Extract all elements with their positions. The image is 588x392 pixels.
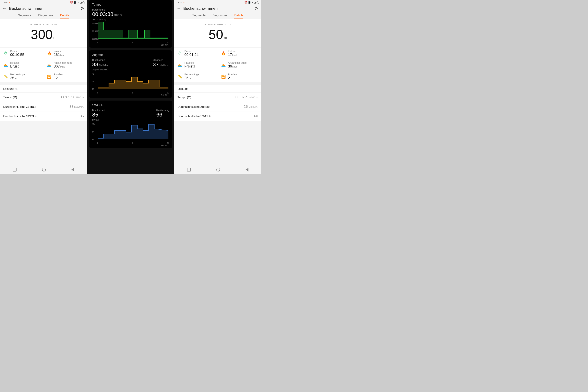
perf-tempo: Tempo (Ø) 00:03:38/100 m: [0, 92, 87, 102]
share-icon[interactable]: [80, 6, 84, 11]
perf-swolf: Durchschnittliche SWOLF 60: [174, 111, 261, 121]
tabs: Segmente Diagramme Details: [174, 12, 261, 19]
pool-length-icon: 📏: [3, 74, 8, 79]
laps-icon: 🔁: [221, 74, 226, 79]
tempo-xaxis: 0 5 10: [92, 41, 169, 44]
stat-hauptstil: 🏊 HauptstilFreistil: [174, 59, 218, 70]
phone-session-a: 13:05 ♥ ⏰ 📳 ▲ ◢ ◯ ← Beckenschwimmen Segm…: [0, 0, 87, 174]
phone-charts: Tempo Durchschnitt 00:03:38/100 m Tempo …: [87, 0, 174, 174]
tab-segmente[interactable]: Segmente: [18, 14, 32, 19]
stats-grid: ⏱ Dauer00:10:55 🔥 Kalorien161kcal 🏊 Haup…: [0, 47, 87, 82]
zugrate-avg: 33Mal/Min.: [92, 61, 108, 68]
tab-diagramme[interactable]: Diagramme: [38, 14, 53, 19]
tab-details[interactable]: Details: [60, 14, 69, 19]
vibrate-icon: 📳: [248, 1, 251, 4]
swolf-avg: 85: [92, 112, 105, 118]
svg-point-4: [255, 9, 256, 10]
info-icon[interactable]: i: [190, 88, 192, 90]
perf-zugrate: Durchschnittliche Zugrate 33Mal/Min.: [0, 102, 87, 111]
distance: 300m: [0, 27, 87, 47]
stopwatch-icon: ⏱: [178, 51, 182, 55]
vibrate-icon: 📳: [74, 1, 76, 4]
info-icon[interactable]: i: [16, 88, 18, 90]
stat-kalorien: 🔥 Kalorien17kcal: [218, 47, 261, 59]
nav-home-icon[interactable]: [42, 168, 46, 172]
laps-icon: 🔁: [47, 74, 52, 79]
heart-icon: ♥: [9, 1, 10, 4]
zugrate-max: 37Mal/Min.: [153, 61, 169, 68]
svg-point-0: [81, 7, 82, 8]
tempo-avg-value: 00:03:38/100 m: [92, 11, 169, 17]
distance-value: 300: [31, 27, 53, 42]
stat-beckenlaenge: 📏 Beckenlänge25m: [0, 70, 44, 82]
phone-session-b: 13:05 ♥ ⏰ 📳 ▲ ◢ ◯ ← Beckenschwimmen Segm…: [174, 0, 261, 174]
nav-recent-icon[interactable]: [187, 168, 191, 172]
swimmer-icon: 🏊: [3, 63, 8, 67]
loading-icon: ◯: [82, 1, 85, 4]
stat-zuege: 🏊 Anzahl der Züge36Male: [218, 59, 261, 70]
page-title: Beckenschwimmen: [9, 6, 78, 11]
tempo-avg-label: Durchschnitt: [92, 8, 169, 11]
tempo-chart: 00:02:41 00:03:29 00:04:17: [92, 21, 169, 41]
perf-swolf: Durchschnittliche SWOLF 85: [0, 111, 87, 121]
nav-back-icon[interactable]: [246, 168, 248, 172]
card-zugrate: Zugrate Durchschnitt 33Mal/Min. Maximum …: [89, 50, 172, 98]
tempo-title: Tempo: [92, 3, 169, 6]
perf-tempo: Tempo (Ø) 00:02:48/100 m: [174, 92, 261, 102]
alarm-icon: ⏰: [244, 1, 247, 4]
stat-hauptstil: 🏊 HauptstilBrust: [0, 59, 44, 70]
back-icon[interactable]: ←: [2, 6, 6, 11]
nav-back-icon[interactable]: [71, 168, 74, 172]
status-bar: 13:05 ♥ ⏰ 📳 ▲ ◢ ◯: [0, 0, 87, 5]
stopwatch-icon: ⏱: [3, 51, 8, 55]
wifi-icon: ▲: [77, 1, 79, 4]
performance-section: Leistungi Tempo (Ø) 00:02:48/100 m Durch…: [174, 85, 261, 121]
svg-point-3: [255, 7, 256, 8]
stat-beckenlaenge: 📏 Beckenlänge25m: [174, 70, 218, 82]
back-icon[interactable]: ←: [177, 6, 181, 11]
zugrate-title: Zugrate: [92, 53, 169, 57]
svg-point-5: [257, 8, 258, 8]
status-time: 13:05: [2, 1, 8, 4]
stat-kalorien: 🔥 Kalorien161kcal: [44, 47, 87, 59]
nav-bar: [174, 165, 261, 174]
heart-icon: ♥: [184, 1, 185, 4]
title-bar: ← Beckenschwimmen: [174, 5, 261, 12]
status-bar: 13:05 ♥ ⏰ 📳 ▲ ◢ ◯: [174, 0, 261, 5]
tabs: Segmente Diagramme Details: [0, 12, 87, 19]
share-icon[interactable]: [255, 6, 259, 11]
signal-icon: ◢: [254, 1, 256, 4]
nav-recent-icon[interactable]: [13, 168, 16, 172]
stat-runden: 🔁 Runden2: [218, 70, 261, 82]
svg-point-1: [81, 9, 82, 10]
wifi-icon: ▲: [251, 1, 254, 4]
tempo-chart-label: Tempo (/100 m): [92, 18, 169, 20]
performance-title: Leistung: [3, 87, 14, 90]
flame-icon: 🔥: [221, 51, 226, 56]
card-tempo: Tempo Durchschnitt 00:03:38/100 m Tempo …: [89, 0, 172, 48]
tab-diagramme[interactable]: Diagramme: [212, 14, 228, 19]
nav-home-icon[interactable]: [216, 168, 220, 172]
loading-icon: ◯: [256, 1, 259, 4]
performance-section: Leistungi Tempo (Ø) 00:03:38/100 m Durch…: [0, 85, 87, 121]
zugrate-chart: 41 35 29: [92, 72, 169, 92]
distance-unit: m: [53, 36, 56, 40]
swolf-chart: 104 84 64: [92, 122, 169, 142]
stat-dauer: ⏱ Dauer00:01:24: [174, 47, 218, 59]
svg-point-2: [83, 8, 84, 8]
stat-zuege: 🏊 Anzahl der Züge367Male: [44, 59, 87, 70]
stat-runden: 🔁 Runden12: [44, 70, 87, 82]
pool-length-icon: 📏: [178, 74, 182, 79]
alarm-icon: ⏰: [70, 1, 73, 4]
flame-icon: 🔥: [47, 51, 52, 56]
swimmer-icon: 🏊: [178, 63, 182, 67]
strokes-icon: 🏊: [221, 63, 226, 67]
tab-details[interactable]: Details: [234, 14, 243, 19]
title-bar: ← Beckenschwimmen: [0, 5, 87, 12]
session-datetime: 8. Januar 2019, 19:28: [0, 19, 87, 27]
strokes-icon: 🏊: [47, 63, 52, 67]
perf-zugrate: Durchschnittliche Zugrate 25Mal/Min.: [174, 102, 261, 111]
stat-dauer: ⏱ Dauer00:10:55: [0, 47, 44, 59]
nav-bar: [0, 165, 87, 174]
tab-segmente[interactable]: Segmente: [192, 14, 206, 19]
